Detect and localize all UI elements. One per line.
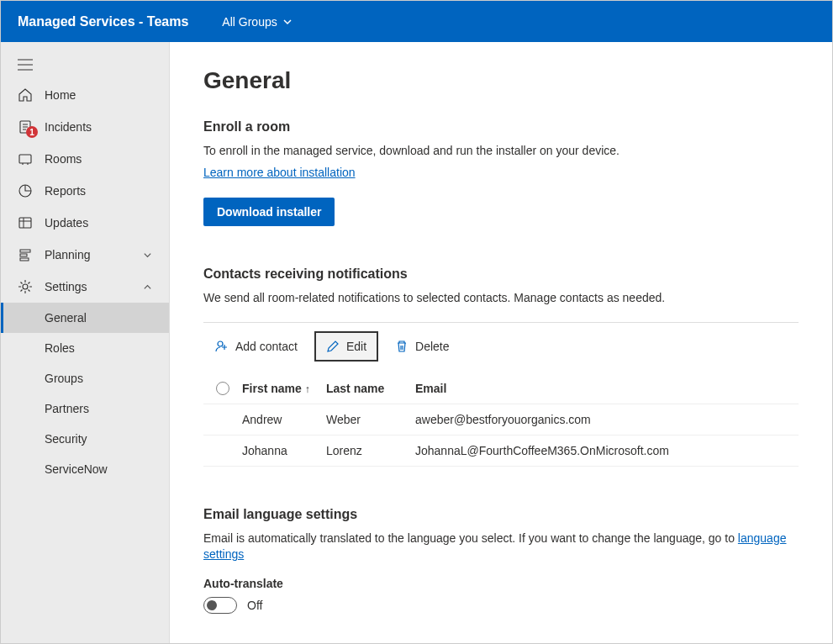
table-row[interactable]: Johanna Lorenz JohannaL@FourthCoffeeM365…	[203, 435, 799, 467]
language-desc: Email is automatically translated to the…	[203, 531, 799, 563]
sidebar-item-label: Settings	[45, 280, 131, 293]
email-header[interactable]: Email	[415, 382, 799, 395]
groups-dropdown-label: All Groups	[222, 15, 277, 29]
sidebar-sub-groups[interactable]: Groups	[1, 363, 169, 393]
svg-rect-6	[20, 258, 29, 261]
updates-icon	[18, 215, 33, 230]
svg-rect-5	[20, 254, 27, 256]
sidebar-item-label: Reports	[45, 184, 152, 198]
delete-icon	[395, 340, 409, 353]
hamburger-button[interactable]	[1, 50, 169, 79]
planning-icon	[18, 247, 33, 262]
sidebar-item-home[interactable]: Home	[1, 79, 169, 111]
svg-rect-3	[19, 218, 31, 228]
sidebar-item-planning[interactable]: Planning	[1, 239, 169, 271]
rooms-icon	[18, 151, 33, 166]
gear-icon	[18, 279, 33, 294]
download-installer-button[interactable]: Download installer	[203, 198, 335, 226]
svg-point-7	[23, 284, 28, 289]
edit-button[interactable]: Edit	[314, 331, 378, 362]
sidebar-item-label: Home	[45, 88, 152, 102]
sidebar-item-updates[interactable]: Updates	[1, 207, 169, 239]
contacts-table: First name↑ Last name Email Andrew Weber…	[203, 373, 799, 467]
select-all-checkbox[interactable]	[216, 382, 229, 395]
contacts-heading: Contacts receiving notifications	[203, 267, 799, 282]
language-heading: Email language settings	[203, 507, 799, 522]
add-contact-label: Add contact	[235, 340, 298, 353]
sidebar-sub-general[interactable]: General	[1, 303, 169, 333]
learn-more-link[interactable]: Learn more about installation	[203, 166, 356, 179]
language-section: Email language settings Email is automat…	[203, 507, 799, 614]
select-all-column[interactable]	[203, 382, 242, 395]
add-person-icon	[215, 340, 229, 353]
cell-email: JohannaL@FourthCoffeeM365.OnMicrosoft.co…	[415, 444, 799, 457]
contacts-action-bar: Add contact Edit Delete	[203, 331, 799, 362]
incidents-badge: 1	[26, 126, 38, 138]
toggle-state-text: Off	[247, 599, 262, 612]
sort-asc-icon: ↑	[305, 383, 310, 395]
main-content: General Enroll a room To enroll in the m…	[170, 42, 832, 643]
table-header: First name↑ Last name Email	[203, 373, 799, 404]
app-title: Managed Services - Teams	[18, 14, 188, 29]
add-contact-button[interactable]: Add contact	[203, 331, 309, 362]
cell-first-name: Johanna	[242, 444, 326, 457]
chevron-down-icon	[282, 17, 293, 27]
contacts-desc: We send all room-related notifications t…	[203, 290, 799, 307]
sidebar-item-label: Planning	[45, 248, 131, 261]
delete-label: Delete	[415, 340, 449, 353]
first-name-header[interactable]: First name↑	[242, 382, 326, 395]
delete-button[interactable]: Delete	[383, 331, 461, 362]
svg-rect-1	[19, 155, 31, 163]
auto-translate-label: Auto-translate	[203, 577, 799, 590]
sidebar-item-settings[interactable]: Settings	[1, 271, 169, 303]
chevron-up-icon	[143, 282, 152, 292]
sidebar-item-incidents[interactable]: Incidents 1	[1, 111, 169, 143]
enroll-desc: To enroll in the managed service, downlo…	[203, 143, 799, 160]
cell-last-name: Weber	[326, 413, 415, 426]
enroll-section: Enroll a room To enroll in the managed s…	[203, 119, 799, 226]
cell-last-name: Lorenz	[326, 444, 415, 457]
sidebar: Home Incidents 1 Rooms Reports Upd	[1, 42, 170, 643]
edit-icon	[326, 340, 340, 353]
cell-email: aweber@bestforyouorganics.com	[415, 413, 799, 426]
sidebar-item-reports[interactable]: Reports	[1, 175, 169, 207]
reports-icon	[18, 183, 33, 198]
svg-rect-4	[20, 250, 30, 252]
sidebar-sub-partners[interactable]: Partners	[1, 393, 169, 424]
contacts-section: Contacts receiving notifications We send…	[203, 267, 799, 467]
sidebar-item-label: Rooms	[45, 152, 152, 166]
divider	[203, 322, 799, 323]
page-title: General	[203, 67, 799, 94]
sidebar-sub-security[interactable]: Security	[1, 424, 169, 454]
edit-label: Edit	[346, 340, 366, 353]
sidebar-item-rooms[interactable]: Rooms	[1, 143, 169, 175]
cell-first-name: Andrew	[242, 413, 326, 426]
groups-dropdown[interactable]: All Groups	[222, 15, 292, 29]
svg-point-8	[218, 341, 223, 346]
sidebar-sub-servicenow[interactable]: ServiceNow	[1, 454, 169, 484]
toggle-knob	[207, 600, 217, 610]
sidebar-item-label: Updates	[45, 216, 152, 230]
topbar: Managed Services - Teams All Groups	[1, 1, 832, 42]
sidebar-sub-roles[interactable]: Roles	[1, 333, 169, 363]
last-name-header[interactable]: Last name	[326, 382, 415, 395]
sidebar-item-label: Incidents	[45, 120, 152, 134]
enroll-heading: Enroll a room	[203, 119, 799, 135]
chevron-down-icon	[143, 251, 152, 260]
home-icon	[18, 87, 33, 103]
table-row[interactable]: Andrew Weber aweber@bestforyouorganics.c…	[203, 404, 799, 435]
auto-translate-toggle[interactable]	[203, 597, 237, 614]
